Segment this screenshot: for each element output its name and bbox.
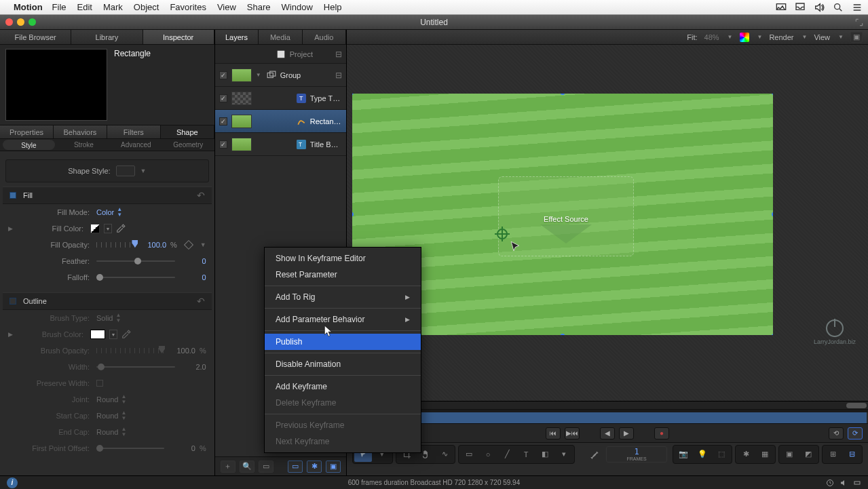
fill-mode-select[interactable]: Color▲▼	[96, 207, 122, 218]
brush-opacity-slider[interactable]	[96, 348, 164, 353]
reset-icon[interactable]: ↶	[197, 190, 205, 201]
fit-value[interactable]: 48%	[704, 33, 719, 41]
stack-icon[interactable]: ▣	[326, 461, 341, 473]
layer-project[interactable]: Project ⊟	[215, 45, 346, 64]
layer-group[interactable]: ✓ ▼ Group ⊟	[215, 64, 346, 87]
brush-type-select[interactable]: Solid▲▼	[96, 313, 121, 324]
first-point-offset-value[interactable]: 0	[168, 444, 195, 452]
reset-icon[interactable]: ↶	[197, 296, 205, 307]
browser-toggle[interactable]: ⊞	[824, 447, 842, 462]
chevron-down-icon[interactable]: ▼	[728, 34, 733, 40]
ctx-delete-keyframe[interactable]: Delete Keyframe	[265, 395, 421, 411]
eyedropper-icon[interactable]	[121, 330, 131, 339]
group-tool[interactable]: ▣	[780, 447, 798, 462]
loop-range-button[interactable]: ⟳	[848, 427, 863, 439]
clock-icon[interactable]	[826, 479, 834, 487]
chevron-down-icon[interactable]: ▼	[838, 34, 844, 40]
preserve-width-checkbox[interactable]	[96, 380, 103, 387]
rectangle-tool[interactable]: ▭	[460, 447, 478, 462]
gear-icon[interactable]: ✱	[307, 461, 322, 473]
light-tool[interactable]: 💡	[694, 447, 711, 462]
feather-value[interactable]: 0	[179, 257, 206, 265]
frame-icon[interactable]: ▭	[259, 461, 273, 473]
timeline-clip[interactable]: Rectangle	[348, 412, 867, 423]
brush-color-swatch[interactable]	[90, 330, 105, 339]
play-button[interactable]: ▶	[619, 427, 634, 439]
tab-inspector[interactable]: Inspector	[143, 30, 214, 44]
fill-section-header[interactable]: Fill ↶	[3, 187, 212, 204]
timing-toggle[interactable]: ⊟	[843, 447, 861, 462]
ctx-disable-animation[interactable]: Disable Animation	[265, 356, 421, 372]
info-icon[interactable]: i	[7, 477, 18, 488]
timeline-scrollbar[interactable]	[347, 402, 868, 410]
tab-layers[interactable]: Layers	[215, 30, 259, 44]
disclosure-icon[interactable]: ▼	[256, 72, 261, 78]
screen-icon[interactable]	[776, 2, 787, 13]
eyedropper-icon[interactable]	[116, 224, 126, 233]
menu-help[interactable]: Help	[324, 2, 342, 12]
color-channels-icon[interactable]	[740, 33, 749, 42]
tab-audio[interactable]: Audio	[303, 30, 346, 44]
menu-share[interactable]: Share	[247, 2, 271, 12]
pen-tool[interactable]	[586, 447, 603, 462]
subsubtab-advanced[interactable]: Advanced	[110, 139, 162, 151]
link-icon[interactable]: ⊟	[335, 71, 342, 80]
subsubtab-stroke[interactable]: Stroke	[58, 139, 110, 151]
subsubtab-style[interactable]: Style	[3, 140, 55, 150]
inbox-icon[interactable]	[795, 2, 806, 13]
ctx-publish[interactable]: Publish	[265, 334, 421, 350]
hud-tool[interactable]: ◩	[799, 447, 817, 462]
resize-handle[interactable]	[561, 94, 565, 95]
anchor-crosshair-icon[interactable]	[495, 227, 510, 241]
add-layer-button[interactable]: ＋	[221, 461, 235, 473]
loop-button[interactable]: ⟲	[829, 427, 844, 439]
ctx-next-keyframe[interactable]: Next Keyframe	[265, 433, 421, 450]
end-cap-select[interactable]: Round▲▼	[96, 427, 126, 437]
tab-media[interactable]: Media	[259, 30, 302, 44]
feather-slider[interactable]	[96, 260, 175, 262]
falloff-value[interactable]: 0	[179, 273, 206, 281]
ctx-add-parameter-behavior[interactable]: Add Parameter Behavior	[265, 311, 421, 328]
resize-handle[interactable]	[772, 94, 773, 95]
layer-item-text[interactable]: ✓ T Type T…	[215, 87, 346, 110]
subtab-filters[interactable]: Filters	[107, 125, 161, 138]
outline-section-header[interactable]: Outline ↶	[3, 292, 212, 310]
canvas-area[interactable]: Effect Source LarryJordan.biz	[347, 45, 868, 401]
chevron-down-icon[interactable]: ▼	[757, 34, 763, 40]
joint-select[interactable]: Round▲▼	[96, 394, 126, 405]
record-button[interactable]: ●	[654, 427, 669, 439]
view-label[interactable]: View	[814, 33, 830, 41]
layer-checkbox[interactable]: ✓	[219, 71, 227, 79]
chevron-down-icon[interactable]: ▼	[802, 34, 808, 40]
width-slider[interactable]	[96, 366, 175, 368]
filter-tool[interactable]: ▦	[756, 447, 774, 462]
layer-item-title[interactable]: ✓ T Title B…	[215, 133, 346, 156]
resize-handle[interactable]	[772, 334, 773, 335]
resize-handle[interactable]	[352, 212, 354, 217]
menu-mark[interactable]: Mark	[103, 2, 123, 12]
mask-tool[interactable]: ◧	[536, 447, 554, 462]
panel-toggle-icon[interactable]: ▣	[850, 32, 863, 43]
brush-opacity-value[interactable]: 100.0	[168, 347, 195, 355]
ctx-reset-parameter[interactable]: Reset Parameter	[265, 267, 421, 283]
layer-checkbox[interactable]: ✓	[219, 117, 227, 125]
spotlight-icon[interactable]	[833, 2, 844, 13]
behavior-tool[interactable]: ✱	[737, 447, 755, 462]
tab-file-browser[interactable]: File Browser	[0, 30, 71, 44]
falloff-slider[interactable]	[96, 277, 175, 278]
fill-color-swatch[interactable]	[90, 224, 100, 233]
layer-item-rectangle[interactable]: ✓ Rectan…	[215, 110, 346, 133]
menu-window[interactable]: Window	[282, 2, 313, 12]
subsubtab-geometry[interactable]: Geometry	[162, 139, 214, 151]
menu-file[interactable]: File	[52, 2, 67, 12]
width-value[interactable]: 2.0	[179, 363, 206, 371]
generator-tool[interactable]: ⬚	[713, 447, 730, 462]
ram-icon[interactable]	[853, 479, 861, 487]
fill-enable-checkbox[interactable]	[10, 192, 16, 199]
link-icon[interactable]: ⊟	[335, 50, 342, 59]
menu-favorites[interactable]: Favorites	[170, 2, 206, 12]
menu-view[interactable]: View	[217, 2, 236, 12]
chevron-down-icon[interactable]: ▾	[555, 447, 573, 462]
chevron-down-icon[interactable]: ▼	[140, 168, 147, 174]
ctx-add-to-rig[interactable]: Add To Rig	[265, 289, 421, 305]
